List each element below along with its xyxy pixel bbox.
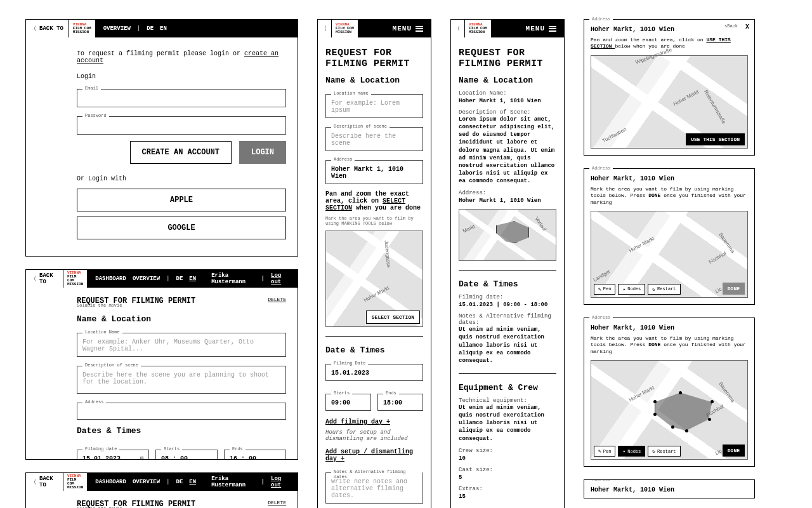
logout-link[interactable]: Log out (271, 272, 290, 285)
nodes-icon: ✦ (622, 286, 625, 292)
nav-dashboard[interactable]: DASHBOARD (95, 276, 126, 282)
scene-description-field[interactable]: Description of scene Describe here the s… (325, 127, 423, 151)
starts-field[interactable]: Starts 08 : 00 (155, 450, 218, 460)
google-login-button[interactable]: GOOGLE (77, 217, 286, 239)
logout-link[interactable]: Log out (271, 476, 290, 488)
add-filming-day-link[interactable]: Add filming day + (325, 418, 390, 425)
select-section-button[interactable]: SELECT SECTION (366, 311, 420, 324)
back-label: BACK TO (39, 25, 63, 32)
back-button[interactable]: 〈 (318, 20, 332, 37)
delete-link[interactable]: DELETE (268, 500, 286, 505)
nav-en[interactable]: EN (160, 25, 167, 32)
chevron-left-icon: 〈 (32, 275, 36, 283)
add-setup-day-link[interactable]: Add setup / dismantling day + (325, 448, 423, 462)
map-container[interactable]: Judengasse Hoher Markt SELECT SECTION (325, 231, 423, 327)
use-section-button[interactable]: USE THIS SECTION (686, 133, 745, 145)
back-button[interactable]: 〈 BACK TO (26, 270, 63, 288)
tool-nodes[interactable]: ✦Nodes (618, 284, 645, 295)
vfc-logo[interactable]: VIENNA FILM COM MISSION (465, 20, 492, 37)
vfc-logo[interactable]: VIENNA FILM COM MISSION (63, 270, 88, 288)
marked-polygon (496, 221, 529, 243)
nav-de[interactable]: DE (176, 479, 183, 485)
login-panel: 〈 BACK TO VIENNA FILM COM MISSION OVERVI… (25, 19, 298, 257)
done-button[interactable]: DONE (723, 283, 745, 295)
tool-pen[interactable]: ✎Pen (594, 446, 615, 457)
map-mark-hint: Mark the area you want to film by using … (325, 216, 423, 226)
notes-field[interactable]: Notes & Alternative filming dates Write … (325, 472, 423, 504)
topbar: 〈 BACK TO VIENNA FILM COM MISSION DASHBO… (26, 270, 298, 288)
close-button[interactable]: X (745, 23, 749, 30)
section-name-location: Name & Location (77, 314, 286, 324)
nav-dashboard[interactable]: DASHBOARD (95, 479, 126, 485)
map-stage-peek: Address Hoher Markt, 1010 Wien (584, 479, 755, 498)
topbar: 〈 BACK TO VIENNA FILM COM MISSION OVERVI… (26, 20, 298, 37)
map-container[interactable]: Hoher Markt Bauernma Fischhof Lic ✎Pen ✦… (591, 360, 748, 460)
filming-date-field[interactable]: Filming date 15.01.2023 ▤ (77, 450, 149, 460)
map-toolbar: ✎Pen ✦Nodes ↻Restart (594, 284, 681, 295)
map-container[interactable]: Markt Vorlauf (459, 209, 556, 261)
map-container[interactable]: Hoher Markt Bauernma Fischhof Landger Li… (591, 211, 748, 298)
back-button[interactable]: 〈 BACK TO (26, 20, 69, 37)
menu-button[interactable]: MENU (385, 20, 431, 37)
map-stage-mark-empty: Address Hoher Markt, 1010 Wien Mark the … (584, 168, 755, 305)
chevron-left-icon: 〈 (323, 25, 326, 33)
starts-field[interactable]: Starts 09:00 (325, 394, 371, 411)
page-title: REQUEST FOR FILMING PERMIT (459, 48, 556, 69)
login-heading: Login (77, 73, 286, 80)
nav-de[interactable]: DE (147, 25, 154, 32)
create-account-button[interactable]: CREATE AN ACCOUNT (130, 141, 232, 164)
address-field[interactable]: Address Hoher Markt 1, 1010 Wien (325, 160, 423, 184)
map-stage-pan: Address X sBack Hoher Markt, 1010 Wien P… (584, 19, 755, 156)
done-button[interactable]: DONE (723, 444, 745, 457)
ends-field[interactable]: Ends 16 : 00 (224, 450, 286, 460)
mobile-form-panel: 〈 VIENNA FILM COM MISSION MENU REQUEST F… (317, 19, 431, 508)
nav-de[interactable]: DE (176, 276, 183, 282)
login-buttons: CREATE AN ACCOUNT LOGIN (77, 141, 286, 164)
location-name-field[interactable]: Location name For example: Lorem ipsum (325, 94, 423, 118)
poly-handle[interactable] (685, 429, 688, 432)
location-name-field[interactable]: Location Name For example: Anker Uhr, Mu… (77, 333, 286, 357)
filming-date-field[interactable]: Filming Date 15.01.2023 (325, 364, 423, 381)
nav-overview[interactable]: OVERVIEW (103, 25, 131, 32)
menu-button[interactable]: MENU (518, 20, 564, 37)
back-button[interactable]: 〈 BACK TO (26, 473, 63, 491)
address-field[interactable]: Address (77, 403, 286, 420)
poly-handle[interactable] (708, 418, 711, 421)
chevron-left-icon: 〈 (32, 25, 36, 33)
scene-description-field[interactable]: Description of scene Describe here the s… (77, 366, 286, 394)
back-button[interactable]: 〈 (451, 20, 465, 37)
nav-en[interactable]: EN (189, 479, 196, 485)
user-name: Erika Mustermann (211, 476, 254, 488)
vfc-logo[interactable]: VIENNA FILM COM MISSION (63, 473, 88, 491)
calendar-icon[interactable]: ▤ (140, 455, 143, 460)
or-login-with: Or Login with (77, 175, 286, 182)
dashboard-readonly-panel: 〈 BACK TO VIENNA FILM COM MISSION DASHBO… (25, 472, 298, 508)
vfc-logo[interactable]: VIENNA FILM COM MISSION (332, 20, 358, 37)
email-field[interactable]: Email (77, 89, 286, 107)
nav-overview[interactable]: OVERVIEW (133, 479, 160, 485)
nav-en[interactable]: EN (189, 276, 196, 282)
burger-icon (549, 26, 556, 32)
login-intro: To request a filming permit please login… (77, 50, 286, 64)
tool-restart[interactable]: ↻Restart (648, 446, 680, 457)
poly-handle[interactable] (710, 400, 714, 403)
password-field[interactable]: Password (77, 116, 286, 135)
vfc-logo[interactable]: VIENNA FILM COM MISSION (69, 20, 96, 37)
tool-restart[interactable]: ↻Restart (648, 284, 680, 295)
apple-login-button[interactable]: APPLE (77, 189, 286, 211)
nodes-icon: ✦ (622, 448, 625, 454)
section-dates-times: Date & Times (325, 345, 423, 355)
ends-field[interactable]: Ends 18:00 (377, 394, 423, 411)
map-stage-mark-poly: Address Hoher Markt, 1010 Wien Mark the … (584, 318, 755, 467)
nav-overview[interactable]: OVERVIEW (133, 276, 160, 282)
delete-link[interactable]: DELETE (268, 297, 286, 302)
marked-polygon[interactable] (655, 392, 712, 431)
burger-icon (416, 26, 423, 32)
tool-pen[interactable]: ✎Pen (594, 284, 615, 295)
poly-handle[interactable] (671, 425, 674, 429)
section-dates-times: Dates & Times (77, 426, 286, 436)
map-container[interactable]: Wipplingerstraße Hoher Markt Tuchlauben … (591, 55, 748, 149)
login-button[interactable]: LOGIN (239, 141, 286, 164)
poly-handle[interactable] (653, 413, 657, 416)
tool-nodes[interactable]: ✦Nodes (618, 446, 645, 457)
